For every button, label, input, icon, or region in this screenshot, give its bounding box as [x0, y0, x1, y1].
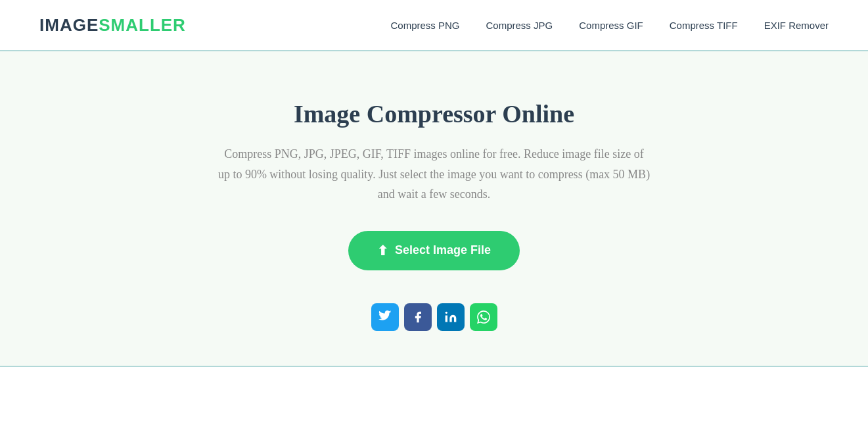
nav-exif-remover[interactable]: EXIF Remover — [764, 20, 829, 31]
upload-icon: ⬆ — [377, 243, 388, 259]
site-header: IMAGESMALLER Compress PNG Compress JPG C… — [0, 0, 868, 51]
linkedin-icon — [444, 310, 457, 324]
nav-compress-gif[interactable]: Compress GIF — [579, 20, 643, 31]
logo-smaller-text: SMALLER — [99, 15, 186, 35]
svg-point-0 — [445, 312, 447, 314]
twitter-share-button[interactable] — [371, 303, 399, 331]
site-logo: IMAGESMALLER — [39, 15, 186, 36]
whatsapp-icon — [477, 310, 490, 324]
nav-compress-png[interactable]: Compress PNG — [390, 20, 459, 31]
nav-compress-jpg[interactable]: Compress JPG — [486, 20, 553, 31]
page-title: Image Compressor Online — [294, 99, 574, 128]
logo-image-text: IMAGE — [39, 15, 99, 35]
linkedin-share-button[interactable] — [437, 303, 465, 331]
main-nav: Compress PNG Compress JPG Compress GIF C… — [390, 20, 829, 31]
nav-compress-tiff[interactable]: Compress TIFF — [670, 20, 738, 31]
twitter-icon — [378, 310, 392, 324]
social-share-bar — [371, 303, 497, 331]
page-description: Compress PNG, JPG, JPEG, GIF, TIFF image… — [217, 144, 651, 205]
facebook-share-button[interactable] — [404, 303, 432, 331]
facebook-icon — [411, 310, 424, 324]
whatsapp-share-button[interactable] — [470, 303, 497, 331]
upload-button-label: Select Image File — [395, 243, 491, 257]
main-content: Image Compressor Online Compress PNG, JP… — [0, 51, 868, 367]
select-image-button[interactable]: ⬆ Select Image File — [348, 231, 520, 270]
